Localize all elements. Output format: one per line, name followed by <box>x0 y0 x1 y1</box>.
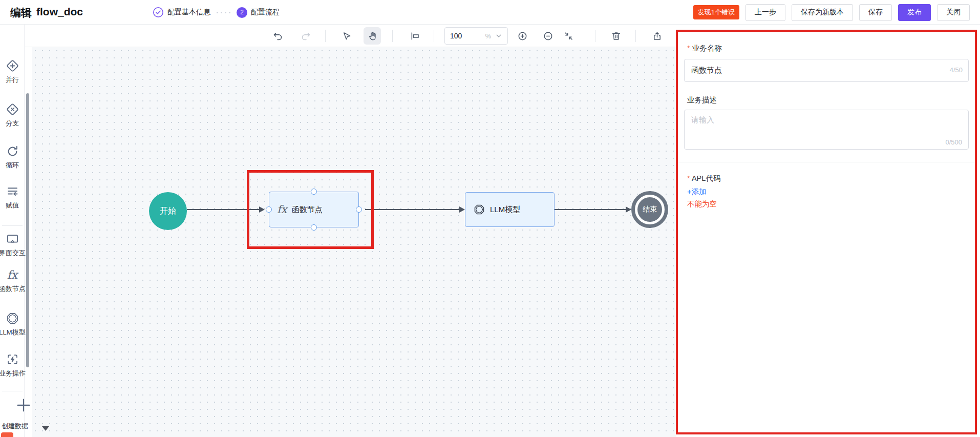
step-label: 配置流程 <box>251 8 280 17</box>
apl-code-label: APL代码 <box>687 174 720 183</box>
selection-highlight-rect <box>247 170 374 249</box>
save-button[interactable]: 保存 <box>859 4 892 21</box>
toolbar-separator <box>595 30 595 42</box>
palette-divider <box>2 391 23 391</box>
step-basic-info[interactable]: 配置基本信息 <box>153 7 210 18</box>
pan-tool-button[interactable] <box>364 27 381 45</box>
step-configure-flow[interactable]: 2 配置流程 <box>237 7 280 18</box>
node-label: 结束 <box>643 205 657 214</box>
palette-divider <box>2 225 23 226</box>
business-name-input[interactable] <box>684 59 969 82</box>
cursor-icon <box>342 31 352 41</box>
palette-item-function-node[interactable]: fx 函数节点 <box>0 268 25 294</box>
business-desc-field: 0/500 <box>684 110 969 150</box>
prev-step-button[interactable]: 上一步 <box>745 4 785 21</box>
zoom-in-button[interactable] <box>514 27 531 45</box>
toolbar-separator <box>325 30 326 42</box>
align-left-icon <box>410 31 420 41</box>
edge-function-to-llm <box>365 209 459 210</box>
scroll-down-indicator[interactable] <box>42 426 49 431</box>
zoom-out-icon <box>543 31 553 41</box>
clipped-tooltip-fragment <box>1 432 13 437</box>
fit-view-button[interactable] <box>560 27 577 45</box>
page-title-prefix: 编辑 <box>10 6 32 20</box>
monitor-icon <box>6 232 19 246</box>
palette-item-label: 并行 <box>6 75 19 85</box>
palette-item-label: 赋值 <box>6 201 19 210</box>
chevron-down-icon <box>495 32 502 39</box>
palette-item-branch[interactable]: 分支 <box>0 102 25 128</box>
palette-item-label: 业务操作 <box>0 369 26 378</box>
save-as-new-version-button[interactable]: 保存为新版本 <box>792 4 853 21</box>
node-start[interactable]: 开始 <box>149 192 187 230</box>
panel-divider <box>678 162 975 162</box>
palette-item-loop[interactable]: 循环 <box>0 144 25 170</box>
lightning-box-icon <box>6 352 19 366</box>
llm-icon <box>6 311 19 325</box>
palette-item-label: 分支 <box>6 119 19 128</box>
zoom-out-button[interactable] <box>539 27 557 45</box>
desc-char-counter: 0/500 <box>945 138 962 146</box>
delete-button[interactable] <box>607 27 625 45</box>
palette-item-business-action[interactable]: 业务操作 <box>0 352 25 378</box>
node-label: 开始 <box>160 206 176 217</box>
loop-icon <box>6 144 19 158</box>
business-desc-textarea[interactable] <box>685 110 968 137</box>
zoom-unit: % <box>485 32 491 40</box>
add-apl-link[interactable]: +添加 <box>687 187 706 197</box>
parallel-icon <box>6 59 19 73</box>
step-separator-dots <box>217 12 230 13</box>
align-button[interactable] <box>406 27 423 45</box>
palette-item-label: 界面交互 <box>0 248 26 258</box>
palette-item-parallel[interactable]: 并行 <box>0 59 25 85</box>
flow-canvas[interactable]: 开始 fx 函数节点 LLM模型 结束 <box>32 47 676 437</box>
zoom-level-control[interactable]: 100 % <box>444 27 508 45</box>
header-actions: 发现1个错误 上一步 保存为新版本 保存 发布 关闭 <box>693 0 970 25</box>
fx-icon: fx <box>7 268 18 282</box>
palette-item-ui-interaction[interactable]: 界面交互 <box>0 232 25 258</box>
error-count-badge[interactable]: 发现1个错误 <box>693 5 739 19</box>
zoom-value[interactable]: 100 <box>450 32 468 40</box>
edge-arrowhead <box>626 206 631 213</box>
flow-name: flow_doc <box>36 6 83 20</box>
node-end[interactable]: 结束 <box>631 191 668 228</box>
palette-item-llm-model[interactable]: LLM模型 <box>0 311 25 337</box>
publish-button[interactable]: 发布 <box>898 4 931 21</box>
page-title: 编辑 flow_doc <box>10 6 83 20</box>
validation-error-text: 不能为空 <box>687 199 717 209</box>
undo-button[interactable] <box>269 27 286 45</box>
compress-icon <box>563 31 574 41</box>
branch-icon <box>6 102 19 116</box>
edge-llm-to-end <box>555 209 626 210</box>
trash-icon <box>611 31 622 41</box>
edge-arrowhead <box>459 206 465 213</box>
assign-icon <box>6 184 19 198</box>
stepper: 配置基本信息 2 配置流程 <box>153 0 280 25</box>
node-llm[interactable]: LLM模型 <box>465 192 555 227</box>
toolbar-separator <box>434 30 434 42</box>
node-palette: 并行 分支 循环 赋值 界面交互 fx 函数节点 <box>0 25 25 437</box>
toolbar-separator <box>635 30 636 42</box>
business-name-label: 业务名称 <box>687 44 722 53</box>
export-button[interactable] <box>648 27 666 45</box>
palette-scrollbar-thumb[interactable] <box>26 93 29 367</box>
select-tool-button[interactable] <box>338 27 355 45</box>
redo-button[interactable] <box>297 27 314 45</box>
node-end-inner: 结束 <box>637 197 662 222</box>
upload-icon <box>652 31 663 41</box>
llm-icon <box>473 203 485 216</box>
palette-item-label: 函数节点 <box>0 284 26 294</box>
check-circle-icon <box>153 7 164 18</box>
redo-icon <box>301 31 311 41</box>
palette-item-label: 创建数据 <box>0 422 30 431</box>
toolbar-separator <box>392 30 393 42</box>
palette-item-assign[interactable]: 赋值 <box>0 184 25 210</box>
close-button[interactable]: 关闭 <box>937 4 970 21</box>
node-label: LLM模型 <box>490 205 520 215</box>
node-inspector-panel: 业务名称 4/50 业务描述 0/500 APL代码 +添加 不能为空 <box>676 30 977 434</box>
palette-item-label: 循环 <box>6 161 19 170</box>
zoom-in-icon <box>517 31 528 41</box>
step-label: 配置基本信息 <box>167 8 210 17</box>
name-char-counter: 4/50 <box>950 66 963 74</box>
app-header: 编辑 flow_doc 配置基本信息 2 配置流程 发现1个错误 上一步 保存为… <box>0 0 980 25</box>
